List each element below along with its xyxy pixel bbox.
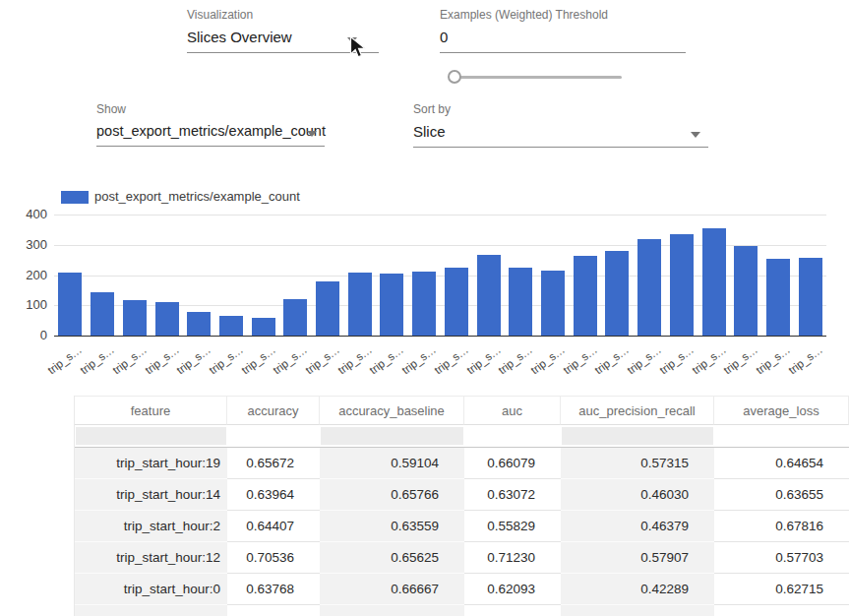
filter-cell[interactable] — [714, 425, 849, 447]
table-row[interactable]: trip_start_hour:20.644070.635590.558290.… — [75, 510, 849, 541]
x-tick-label: trip_s… — [657, 343, 696, 376]
bar[interactable] — [412, 272, 436, 337]
threshold-input[interactable]: Examples (Weighted) Threshold 0 — [440, 8, 686, 53]
y-tick-label: 300 — [0, 237, 47, 252]
metric-cell[interactable]: 0.65766 — [320, 478, 464, 510]
feature-cell[interactable]: trip_start_hour:23 — [75, 604, 227, 616]
bar[interactable] — [574, 256, 597, 337]
threshold-slider[interactable] — [448, 69, 625, 86]
chevron-down-icon[interactable] — [691, 132, 700, 138]
bar[interactable] — [799, 258, 822, 336]
filter-cell[interactable] — [320, 425, 464, 447]
chevron-down-icon[interactable] — [307, 131, 317, 137]
metric-cell[interactable]: 0.63768 — [227, 573, 320, 604]
feature-cell[interactable]: trip_start_hour:12 — [75, 541, 227, 573]
metric-cell[interactable]: 0.66079 — [464, 448, 561, 478]
filter-cell[interactable] — [464, 425, 561, 447]
metric-cell[interactable]: 0.71230 — [464, 541, 561, 573]
metric-cell[interactable]: 0.64844 — [320, 604, 464, 616]
table-row[interactable]: trip_start_hour:00.637680.666670.620930.… — [75, 573, 849, 604]
bar[interactable] — [187, 312, 211, 336]
metric-cell[interactable]: 0.57315 — [561, 448, 714, 478]
slider-track[interactable] — [451, 76, 622, 79]
filter-cell[interactable] — [227, 425, 320, 447]
metric-cell[interactable]: 0.44173 — [561, 604, 714, 616]
metric-cell[interactable]: 0.58337 — [464, 604, 561, 616]
x-tick-label: trip_s… — [143, 343, 181, 376]
x-tick-label: trip_s… — [722, 343, 760, 376]
show-dropdown[interactable]: Show post_export_metrics/example_count — [96, 102, 325, 147]
column-header-accuracy_baseline[interactable]: accuracy_baseline — [320, 396, 464, 425]
feature-cell[interactable]: trip_start_hour:0 — [75, 573, 227, 604]
bar[interactable] — [734, 246, 758, 336]
metric-cell[interactable]: 0.46379 — [561, 510, 714, 541]
bar[interactable] — [155, 302, 179, 336]
mouse-cursor-icon — [349, 35, 367, 60]
slider-knob[interactable] — [448, 70, 461, 84]
bar[interactable] — [123, 300, 147, 336]
bar[interactable] — [477, 255, 501, 336]
threshold-value[interactable]: 0 — [440, 29, 686, 53]
table-row[interactable]: trip_start_hour:230.660160.648440.583370… — [75, 604, 849, 616]
bar[interactable] — [605, 251, 629, 336]
metric-cell[interactable]: 0.65625 — [320, 541, 464, 573]
bar[interactable] — [445, 268, 468, 336]
bar[interactable] — [316, 281, 339, 336]
metric-cell[interactable]: 0.42289 — [561, 573, 714, 604]
metric-cell[interactable]: 0.63964 — [227, 478, 320, 510]
x-tick-label: trip_s… — [432, 343, 470, 376]
metric-cell[interactable]: 0.67816 — [714, 510, 849, 541]
metric-cell[interactable]: 0.63072 — [464, 478, 561, 510]
bar[interactable] — [766, 259, 790, 336]
metric-cell[interactable]: 0.70536 — [227, 541, 320, 573]
bar[interactable] — [219, 316, 243, 336]
bar[interactable] — [541, 271, 565, 336]
metric-cell[interactable]: 0.66667 — [320, 573, 464, 604]
metric-cell[interactable]: 0.46030 — [561, 478, 714, 510]
column-header-feature[interactable]: feature — [75, 396, 227, 425]
bar[interactable] — [670, 234, 694, 336]
metric-cell[interactable]: 0.55829 — [464, 510, 561, 541]
column-header-average_loss[interactable]: average_loss — [714, 396, 849, 425]
bar[interactable] — [380, 274, 403, 336]
feature-cell[interactable]: trip_start_hour:14 — [75, 478, 227, 510]
filter-cell[interactable] — [75, 425, 227, 447]
metric-cell[interactable]: 0.64407 — [227, 510, 320, 541]
bar[interactable] — [252, 318, 275, 336]
metric-cell[interactable]: 0.62093 — [464, 573, 561, 604]
table-row[interactable]: trip_start_hour:190.656720.591040.660790… — [75, 448, 849, 478]
x-tick-label: trip_s… — [207, 343, 245, 376]
metric-cell[interactable]: 0.59104 — [320, 448, 464, 478]
bar[interactable] — [58, 273, 82, 336]
feature-cell[interactable]: trip_start_hour:19 — [75, 448, 227, 478]
table-row[interactable]: trip_start_hour:140.639640.657660.630720… — [75, 478, 849, 510]
column-header-accuracy[interactable]: accuracy — [227, 396, 320, 425]
table-row[interactable]: trip_start_hour:120.705360.656250.712300… — [75, 541, 849, 573]
feature-cell[interactable]: trip_start_hour:2 — [75, 510, 227, 541]
metric-cell[interactable]: 0.65672 — [227, 448, 320, 478]
metric-cell[interactable]: 0.57907 — [561, 541, 714, 573]
bar[interactable] — [509, 268, 532, 336]
sort-by-dropdown[interactable]: Sort by Slice — [413, 102, 708, 148]
metric-cell[interactable]: 0.63559 — [320, 510, 464, 541]
metric-cell[interactable]: 0.57703 — [714, 541, 849, 573]
filter-cell[interactable] — [561, 425, 714, 447]
bar[interactable] — [91, 292, 114, 336]
column-header-auc_precision_recall[interactable]: auc_precision_recall — [561, 396, 714, 425]
x-tick-label: trip_s… — [335, 343, 374, 376]
metric-cell[interactable]: 0.64654 — [714, 448, 849, 478]
show-value[interactable]: post_export_metrics/example_count — [96, 123, 325, 147]
metric-cell[interactable]: 0.65142 — [714, 604, 849, 616]
x-tick-label: trip_s… — [786, 343, 824, 376]
bar[interactable] — [702, 228, 726, 336]
bar[interactable] — [637, 239, 661, 336]
metric-cell[interactable]: 0.66016 — [227, 604, 320, 616]
metric-cell[interactable]: 0.63655 — [714, 478, 849, 510]
column-header-auc[interactable]: auc — [464, 396, 561, 425]
bar[interactable] — [283, 299, 307, 337]
x-tick-label: trip_s… — [528, 343, 567, 376]
metric-cell[interactable]: 0.62715 — [714, 573, 849, 604]
bar[interactable] — [348, 273, 372, 336]
sort-by-value[interactable]: Slice — [413, 123, 708, 148]
x-tick-label: trip_s… — [110, 343, 149, 376]
